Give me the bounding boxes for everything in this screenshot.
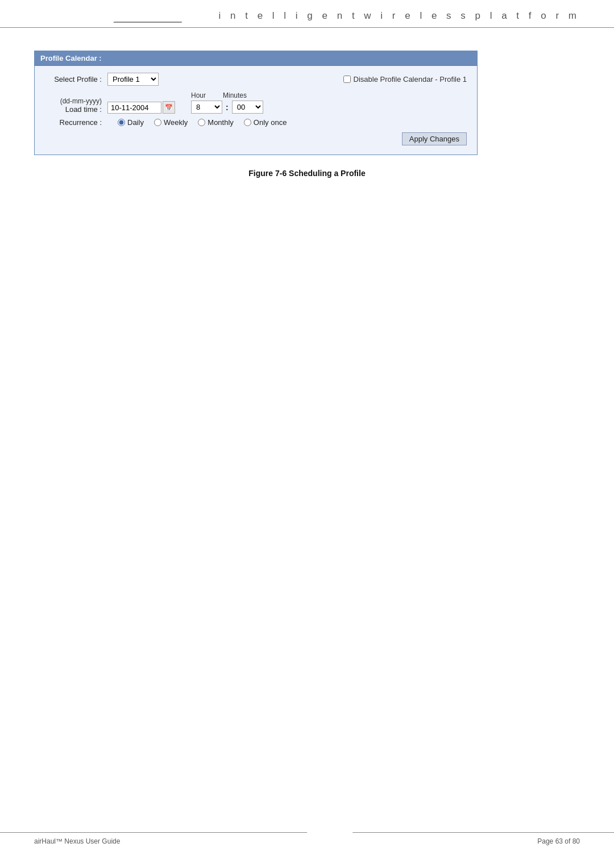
recurrence-monthly-text: Monthly	[208, 118, 234, 127]
hour-minutes-area: Hour Minutes 8 9 10 11 12 : 00	[191, 91, 263, 114]
recurrence-weekly-label[interactable]: Weekly	[154, 118, 188, 127]
load-time-row: (dd-mm-yyyy) Load time : 📅 Hour Minutes …	[45, 91, 467, 114]
apply-changes-row: Apply Changes	[45, 132, 467, 145]
hour-minutes-labels: Hour Minutes	[191, 91, 263, 99]
disable-profile-label[interactable]: Disable Profile Calendar - Profile 1	[354, 75, 467, 84]
page-footer: airHaul™ Nexus User Guide Page 63 of 80	[0, 832, 614, 845]
header-title: i n t e l l i g e n t w i r e l e s s p …	[219, 10, 580, 22]
recurrence-row: Recurrence : Daily Weekly Monthly Only o…	[45, 118, 467, 127]
minutes-select[interactable]: 00 15 30 45	[232, 101, 263, 114]
hour-label: Hour	[191, 91, 206, 99]
recurrence-daily-radio[interactable]	[118, 119, 125, 126]
recurrence-daily-label[interactable]: Daily	[118, 118, 144, 127]
main-content: Profile Calendar : Select Profile : Prof…	[0, 28, 614, 201]
calendar-picker-button[interactable]: 📅	[163, 101, 175, 114]
load-time-input[interactable]	[107, 102, 161, 114]
recurrence-daily-text: Daily	[127, 118, 144, 127]
recurrence-onlyonce-label[interactable]: Only once	[244, 118, 287, 127]
select-profile-row: Select Profile : Profile 1 Profile 2 Dis…	[45, 73, 467, 86]
profile-calendar-title: Profile Calendar :	[35, 51, 477, 66]
recurrence-onlyonce-radio[interactable]	[244, 119, 251, 126]
footer-left-text: airHaul™ Nexus User Guide	[34, 837, 120, 845]
recurrence-monthly-label[interactable]: Monthly	[198, 118, 234, 127]
footer-right-text: Page 63 of 80	[537, 837, 580, 845]
page-header: i n t e l l i g e n t w i r e l e s s p …	[0, 0, 614, 28]
disable-profile-checkbox[interactable]	[343, 76, 351, 83]
load-time-label: (dd-mm-yyyy) Load time :	[45, 97, 107, 114]
footer-accent-line	[307, 832, 353, 833]
time-colon: :	[226, 103, 229, 112]
recurrence-weekly-radio[interactable]	[154, 119, 161, 126]
recurrence-weekly-text: Weekly	[164, 118, 188, 127]
figure-caption: Figure 7-6 Scheduling a Profile	[34, 169, 580, 178]
recurrence-onlyonce-text: Only once	[254, 118, 287, 127]
disable-profile-area: Disable Profile Calendar - Profile 1	[343, 75, 467, 84]
hour-select[interactable]: 8 9 10 11 12	[191, 101, 222, 114]
recurrence-monthly-radio[interactable]	[198, 119, 205, 126]
load-time-text: Load time :	[65, 105, 102, 114]
apply-changes-button[interactable]: Apply Changes	[402, 132, 467, 145]
date-format-hint: (dd-mm-yyyy)	[60, 97, 102, 105]
select-profile-label: Select Profile :	[45, 75, 107, 84]
header-accent-line	[114, 22, 182, 23]
recurrence-label: Recurrence :	[45, 118, 107, 127]
hour-minutes-controls: 8 9 10 11 12 : 00 15 30 45	[191, 101, 263, 114]
profile-calendar-body: Select Profile : Profile 1 Profile 2 Dis…	[35, 66, 477, 155]
select-profile-dropdown[interactable]: Profile 1 Profile 2	[107, 73, 159, 86]
profile-calendar-box: Profile Calendar : Select Profile : Prof…	[34, 51, 478, 155]
minutes-label: Minutes	[223, 91, 247, 99]
